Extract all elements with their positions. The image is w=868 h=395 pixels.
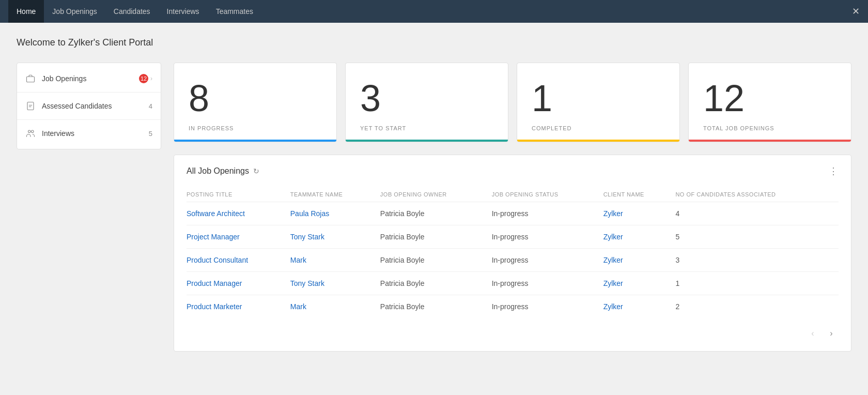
teammate-name-link[interactable]: Mark bbox=[290, 302, 306, 311]
stat-number: 3 bbox=[360, 80, 381, 117]
teammate-name-link[interactable]: Mark bbox=[290, 256, 306, 264]
col-header: JOB OPENING STATUS bbox=[492, 187, 603, 202]
posting-title: Product Consultant bbox=[187, 249, 290, 272]
svg-rect-0 bbox=[27, 77, 35, 82]
stat-label: IN PROGRESS bbox=[189, 125, 234, 131]
candidates-count: 1 bbox=[675, 272, 839, 295]
teammate-name: Tony Stark bbox=[290, 272, 380, 295]
nav-items: HomeJob OpeningsCandidatesInterviewsTeam… bbox=[8, 0, 261, 23]
posting-title-link[interactable]: Software Architect bbox=[187, 209, 245, 218]
briefcase-icon bbox=[25, 73, 36, 84]
next-page-button[interactable]: › bbox=[824, 326, 839, 341]
job-status: In-progress bbox=[492, 249, 603, 272]
nav-item-home[interactable]: Home bbox=[8, 0, 44, 23]
teammate-name: Paula Rojas bbox=[290, 202, 380, 225]
client-name-link[interactable]: Zylker bbox=[603, 279, 623, 287]
sidebar-item-assessed-candidates[interactable]: Assessed Candidates4 bbox=[17, 95, 161, 117]
owner-name: Patricia Boyle bbox=[380, 295, 492, 318]
job-status: In-progress bbox=[492, 202, 603, 225]
stat-number: 8 bbox=[189, 80, 209, 117]
table-row: Project ManagerTony StarkPatricia BoyleI… bbox=[187, 225, 839, 249]
owner-name: Patricia Boyle bbox=[380, 225, 492, 249]
refresh-icon[interactable]: ↻ bbox=[253, 167, 259, 175]
stat-label: YET TO START bbox=[360, 125, 406, 131]
teammate-name-link[interactable]: Tony Stark bbox=[290, 279, 324, 287]
table-row: Product ManagerTony StarkPatricia BoyleI… bbox=[187, 272, 839, 295]
owner-name: Patricia Boyle bbox=[380, 249, 492, 272]
chevron-right-icon: › bbox=[150, 75, 152, 82]
candidates-count: 2 bbox=[675, 295, 839, 318]
close-icon[interactable]: ✕ bbox=[852, 6, 860, 17]
navigation: HomeJob OpeningsCandidatesInterviewsTeam… bbox=[0, 0, 868, 23]
client-name: Zylker bbox=[603, 295, 676, 318]
stat-label: COMPLETED bbox=[532, 125, 571, 131]
teammate-name-link[interactable]: Paula Rojas bbox=[290, 209, 330, 218]
client-name-link[interactable]: Zylker bbox=[603, 233, 623, 241]
posting-title: Product Marketer bbox=[187, 295, 290, 318]
client-name-link[interactable]: Zylker bbox=[603, 302, 623, 311]
nav-item-teammates[interactable]: Teammates bbox=[208, 0, 261, 23]
sidebar-label: Interviews bbox=[42, 129, 146, 138]
sidebar-item-interviews[interactable]: Interviews5 bbox=[17, 122, 161, 145]
teammate-name: Tony Stark bbox=[290, 225, 380, 249]
client-name-link[interactable]: Zylker bbox=[603, 209, 623, 218]
table-section: All Job Openings ↻ ⋮ POSTING TITLETEAMMA… bbox=[174, 155, 851, 352]
more-options-icon[interactable]: ⋮ bbox=[829, 165, 839, 177]
teammate-name: Mark bbox=[290, 295, 380, 318]
col-header: CLIENT NAME bbox=[603, 187, 676, 202]
svg-point-4 bbox=[28, 130, 31, 133]
candidates-count: 4 bbox=[675, 202, 839, 225]
stat-number: 1 bbox=[532, 80, 552, 117]
posting-title-link[interactable]: Product Consultant bbox=[187, 256, 248, 264]
svg-rect-1 bbox=[27, 102, 34, 110]
client-name: Zylker bbox=[603, 272, 676, 295]
table-row: Product ConsultantMarkPatricia BoyleIn-p… bbox=[187, 249, 839, 272]
candidates-count: 3 bbox=[675, 249, 839, 272]
sidebar-count: 5 bbox=[149, 130, 152, 138]
posting-title: Project Manager bbox=[187, 225, 290, 249]
posting-title: Software Architect bbox=[187, 202, 290, 225]
col-header: JOB OPENING OWNER bbox=[380, 187, 492, 202]
client-name: Zylker bbox=[603, 249, 676, 272]
table-title: All Job Openings bbox=[187, 166, 249, 176]
col-header: NO OF CANDIDATES ASSOCIATED bbox=[675, 187, 839, 202]
job-openings-table: POSTING TITLETEAMMATE NAMEJOB OPENING OW… bbox=[187, 187, 839, 318]
posting-title-link[interactable]: Product Manager bbox=[187, 279, 242, 287]
right-section: 8IN PROGRESS3YET TO START1COMPLETED12TOT… bbox=[174, 63, 851, 352]
candidates-count: 5 bbox=[675, 225, 839, 249]
client-name-link[interactable]: Zylker bbox=[603, 256, 623, 264]
teammate-name: Mark bbox=[290, 249, 380, 272]
table-row: Software ArchitectPaula RojasPatricia Bo… bbox=[187, 202, 839, 225]
prev-page-button[interactable]: ‹ bbox=[805, 326, 820, 341]
table-row: Product MarketerMarkPatricia BoyleIn-pro… bbox=[187, 295, 839, 318]
job-status: In-progress bbox=[492, 272, 603, 295]
teammate-name-link[interactable]: Tony Stark bbox=[290, 233, 324, 241]
posting-title: Product Manager bbox=[187, 272, 290, 295]
stat-card-in-progress: 8IN PROGRESS bbox=[174, 63, 337, 142]
stat-card-completed: 1COMPLETED bbox=[517, 63, 680, 142]
people-icon bbox=[25, 128, 36, 139]
sidebar-count: 4 bbox=[149, 102, 152, 110]
svg-point-5 bbox=[32, 130, 34, 133]
stat-card-total-job-openings: 12TOTAL JOB OPENINGS bbox=[688, 63, 851, 142]
sidebar-badge: 12 bbox=[139, 74, 148, 83]
sidebar-item-job-openings[interactable]: Job Openings12› bbox=[17, 67, 161, 90]
stat-number: 12 bbox=[703, 80, 745, 117]
owner-name: Patricia Boyle bbox=[380, 202, 492, 225]
client-name: Zylker bbox=[603, 225, 676, 249]
nav-item-interviews[interactable]: Interviews bbox=[159, 0, 208, 23]
col-header: TEAMMATE NAME bbox=[290, 187, 380, 202]
client-name: Zylker bbox=[603, 202, 676, 225]
nav-item-job-openings[interactable]: Job Openings bbox=[44, 0, 105, 23]
stat-card-yet-to-start: 3YET TO START bbox=[345, 63, 508, 142]
posting-title-link[interactable]: Project Manager bbox=[187, 233, 240, 241]
stat-label: TOTAL JOB OPENINGS bbox=[703, 125, 774, 131]
sidebar-label: Job Openings bbox=[42, 74, 136, 83]
document-icon bbox=[25, 101, 36, 111]
job-status: In-progress bbox=[492, 295, 603, 318]
stat-cards: 8IN PROGRESS3YET TO START1COMPLETED12TOT… bbox=[174, 63, 851, 142]
nav-item-candidates[interactable]: Candidates bbox=[105, 0, 159, 23]
posting-title-link[interactable]: Product Marketer bbox=[187, 302, 242, 311]
owner-name: Patricia Boyle bbox=[380, 272, 492, 295]
job-status: In-progress bbox=[492, 225, 603, 249]
